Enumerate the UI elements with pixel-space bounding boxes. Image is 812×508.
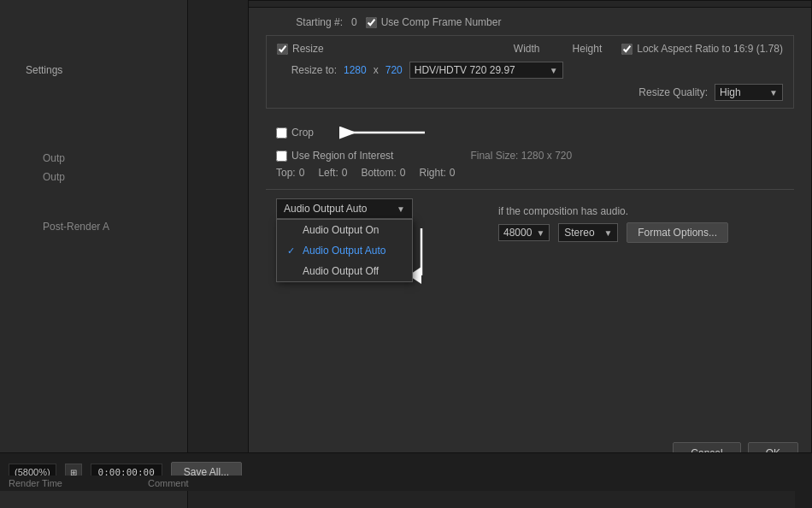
height-value[interactable]: 720 <box>385 64 403 76</box>
bottom-label: Bottom: <box>361 167 396 179</box>
use-region-row: Use Region of Interest Final Size: 1280 … <box>276 150 784 162</box>
bottom-value: 0 <box>400 167 406 179</box>
audio-output-off-item[interactable]: Audio Output Off <box>277 261 412 281</box>
audio-controls-row: 48000 ▼ Stereo ▼ Format Options... <box>498 222 728 243</box>
x-separator: x <box>374 64 379 76</box>
crop-checkbox-label[interactable]: Crop <box>276 127 314 139</box>
stereo-dropdown[interactable]: Stereo ▼ <box>558 223 618 242</box>
bottom-coord: Bottom: 0 <box>361 167 405 179</box>
crop-checkbox[interactable] <box>276 127 287 139</box>
width-value[interactable]: 1280 <box>344 64 367 76</box>
audio-info-text: if the composition has audio. <box>498 205 628 217</box>
starting-hash-label: Starting #: <box>266 16 343 28</box>
height-col-label: Height <box>573 43 603 55</box>
sample-rate-dropdown[interactable]: 48000 ▼ <box>498 224 550 241</box>
right-label: Right: <box>419 167 445 179</box>
left-coord: Left: 0 <box>318 167 347 179</box>
use-comp-frame-checkbox[interactable] <box>366 17 377 28</box>
separator <box>266 189 794 190</box>
top-value: 0 <box>299 167 305 179</box>
lock-aspect-label[interactable]: Lock Aspect Ratio to 16:9 (1.78) <box>621 43 783 55</box>
quality-label: Resize Quality: <box>638 86 708 98</box>
audio-dropdown-menu: Audio Output On ✓ Audio Output Auto Audi… <box>276 219 413 282</box>
format-options-button[interactable]: Format Options... <box>627 222 728 243</box>
top-coord: Top: 0 <box>276 167 304 179</box>
coord-fields: Top: 0 Left: 0 Bottom: 0 Right: 0 <box>276 167 784 179</box>
resize-checkbox[interactable] <box>277 44 288 55</box>
audio-dropdown-arrow: ▼ <box>397 204 405 214</box>
use-region-label[interactable]: Use Region of Interest <box>276 150 393 162</box>
starting-hash-value: 0 <box>351 16 357 28</box>
top-label: Top: <box>276 167 296 179</box>
sample-rate-arrow: ▼ <box>536 228 544 238</box>
resize-to-row: Resize to: 1280 x 720 HDV/HDTV 720 29.97… <box>277 62 783 79</box>
post-render-label: Post-Render A <box>43 221 109 233</box>
audio-info-row: if the composition has audio. <box>498 205 728 217</box>
right-coord: Right: 0 <box>419 167 455 179</box>
audio-output-dropdown-container: Audio Output Auto ▼ Audio Output On ✓ Au… <box>276 198 413 219</box>
resize-header: Resize Width Height Lock Aspect Ratio to… <box>277 43 783 55</box>
left-label: Left: <box>318 167 338 179</box>
left-sidebar: Settings Outp Outp Post-Render A <box>0 0 188 508</box>
output-label-2: Outp <box>43 171 65 183</box>
output-label-1: Outp <box>43 152 65 164</box>
crop-section: Crop Use Region of Interest F <box>266 115 794 184</box>
audio-output-dropdown[interactable]: Audio Output Auto ▼ <box>276 198 413 219</box>
settings-label: Settings <box>26 64 62 76</box>
starting-hash-row: Starting #: 0 Use Comp Frame Number <box>266 16 794 28</box>
width-col-label: Width <box>514 43 540 55</box>
audio-output-on-item[interactable]: Audio Output On <box>277 220 412 240</box>
hdv-dropdown-arrow: ▼ <box>550 66 558 75</box>
comment-header: Comment <box>148 478 189 488</box>
use-comp-frame-label[interactable]: Use Comp Frame Number <box>366 16 502 28</box>
dialog-top-bar <box>249 1 811 8</box>
use-region-checkbox[interactable] <box>276 151 287 162</box>
render-settings-dialog: Starting #: 0 Use Comp Frame Number Resi… <box>248 0 812 474</box>
resize-checkbox-label[interactable]: Resize <box>277 43 324 55</box>
audio-output-auto-item[interactable]: ✓ Audio Output Auto <box>277 240 412 261</box>
audio-section: Audio Output Auto ▼ Audio Output On ✓ Au… <box>266 198 794 243</box>
final-size: Final Size: 1280 x 720 <box>470 150 572 162</box>
resize-to-label: Resize to: <box>277 64 337 76</box>
stereo-dropdown-arrow: ▼ <box>603 228 612 238</box>
arrow-left-icon <box>331 121 433 145</box>
dialog-content: Starting #: 0 Use Comp Frame Number Resi… <box>249 8 811 251</box>
lock-aspect-checkbox[interactable] <box>621 44 633 55</box>
left-value: 0 <box>342 167 348 179</box>
quality-dropdown-arrow: ▼ <box>769 88 778 97</box>
right-value: 0 <box>450 167 456 179</box>
quality-row: Resize Quality: High ▼ <box>277 84 783 101</box>
hdv-preset-dropdown[interactable]: HDV/HDTV 720 29.97 ▼ <box>409 62 563 79</box>
crop-row: Crop <box>276 121 784 145</box>
render-time-header: Render Time <box>9 478 62 488</box>
quality-dropdown[interactable]: High ▼ <box>715 84 783 101</box>
resize-section: Resize Width Height Lock Aspect Ratio to… <box>266 35 794 109</box>
audio-info-area: if the composition has audio. 48000 ▼ St… <box>498 198 728 243</box>
bottom-table-headers: Render Time Comment <box>0 476 812 491</box>
